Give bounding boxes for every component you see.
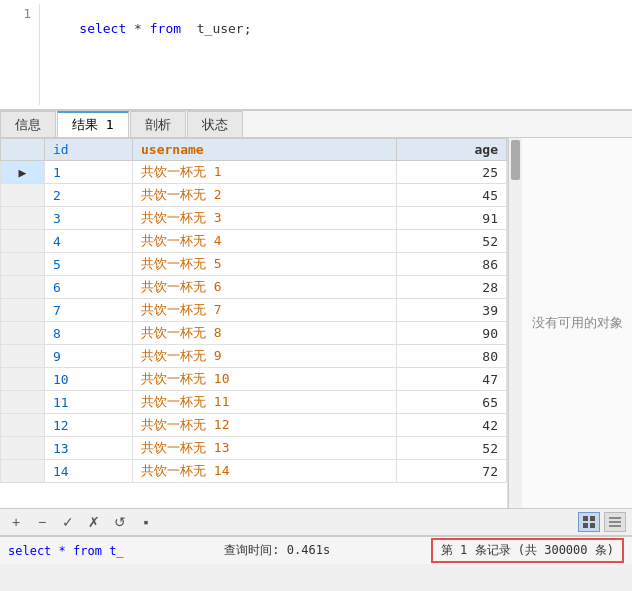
sql-code[interactable]: select * from t_user; <box>40 4 260 105</box>
tab-result1[interactable]: 结果 1 <box>57 111 129 137</box>
results-area: id username age ▶1共饮一杯无 1252共饮一杯无 2453共饮… <box>0 138 632 508</box>
cell-username[interactable]: 共饮一杯无 7 <box>133 299 397 322</box>
line-numbers: 1 <box>0 4 40 105</box>
cell-username[interactable]: 共饮一杯无 3 <box>133 207 397 230</box>
form-view-button[interactable] <box>604 512 626 532</box>
cell-username[interactable]: 共饮一杯无 6 <box>133 276 397 299</box>
table-row[interactable]: 5共饮一杯无 586 <box>1 253 507 276</box>
table-row[interactable]: 7共饮一杯无 739 <box>1 299 507 322</box>
cell-username[interactable]: 共饮一杯无 2 <box>133 184 397 207</box>
table-row[interactable]: 9共饮一杯无 980 <box>1 345 507 368</box>
cell-age[interactable]: 47 <box>397 368 507 391</box>
col-header-username[interactable]: username <box>133 139 397 161</box>
table-row[interactable]: 11共饮一杯无 1165 <box>1 391 507 414</box>
svg-rect-2 <box>583 523 588 528</box>
tab-status[interactable]: 状态 <box>187 111 243 137</box>
cell-age[interactable]: 39 <box>397 299 507 322</box>
cell-username[interactable]: 共饮一杯无 10 <box>133 368 397 391</box>
row-indicator: ▶ <box>1 161 45 184</box>
table-container[interactable]: id username age ▶1共饮一杯无 1252共饮一杯无 2453共饮… <box>0 138 508 508</box>
cell-id[interactable]: 7 <box>45 299 133 322</box>
confirm-button[interactable]: ✓ <box>58 512 78 532</box>
svg-rect-5 <box>609 521 621 523</box>
add-row-button[interactable]: + <box>6 512 26 532</box>
data-table: id username age ▶1共饮一杯无 1252共饮一杯无 2453共饮… <box>0 138 507 483</box>
cell-id[interactable]: 8 <box>45 322 133 345</box>
cell-age[interactable]: 65 <box>397 391 507 414</box>
row-indicator <box>1 230 45 253</box>
col-header-age[interactable]: age <box>397 139 507 161</box>
col-header-id[interactable]: id <box>45 139 133 161</box>
sql-editor[interactable]: 1 select * from t_user; <box>0 0 632 110</box>
row-indicator <box>1 391 45 414</box>
scrollbar[interactable] <box>508 138 522 508</box>
cell-age[interactable]: 28 <box>397 276 507 299</box>
table-row[interactable]: ▶1共饮一杯无 125 <box>1 161 507 184</box>
row-indicator <box>1 345 45 368</box>
table-row[interactable]: 13共饮一杯无 1352 <box>1 437 507 460</box>
tab-profile[interactable]: 剖析 <box>130 111 186 137</box>
cancel-button[interactable]: ✗ <box>84 512 104 532</box>
row-indicator <box>1 368 45 391</box>
cell-id[interactable]: 10 <box>45 368 133 391</box>
cell-id[interactable]: 3 <box>45 207 133 230</box>
table-row[interactable]: 14共饮一杯无 1472 <box>1 460 507 483</box>
cell-id[interactable]: 4 <box>45 230 133 253</box>
cell-age[interactable]: 42 <box>397 414 507 437</box>
cell-id[interactable]: 12 <box>45 414 133 437</box>
cell-id[interactable]: 14 <box>45 460 133 483</box>
status-bar: select * from t_ 查询时间: 0.461s 第 1 条记录 (共… <box>0 536 632 564</box>
cell-id[interactable]: 2 <box>45 184 133 207</box>
refresh-button[interactable]: ↺ <box>110 512 130 532</box>
cell-age[interactable]: 90 <box>397 322 507 345</box>
tab-info[interactable]: 信息 <box>0 111 56 137</box>
scrollbar-thumb[interactable] <box>511 140 520 180</box>
cell-username[interactable]: 共饮一杯无 14 <box>133 460 397 483</box>
cell-username[interactable]: 共饮一杯无 11 <box>133 391 397 414</box>
cell-id[interactable]: 13 <box>45 437 133 460</box>
cell-age[interactable]: 86 <box>397 253 507 276</box>
cell-id[interactable]: 6 <box>45 276 133 299</box>
remove-row-button[interactable]: − <box>32 512 52 532</box>
cell-username[interactable]: 共饮一杯无 12 <box>133 414 397 437</box>
row-indicator <box>1 299 45 322</box>
cell-age[interactable]: 25 <box>397 161 507 184</box>
cell-username[interactable]: 共饮一杯无 8 <box>133 322 397 345</box>
sql-star: * <box>126 21 149 36</box>
grid-icon <box>583 516 595 528</box>
cell-age[interactable]: 45 <box>397 184 507 207</box>
toolbar: + − ✓ ✗ ↺ ▪ <box>0 508 632 536</box>
table-row[interactable]: 6共饮一杯无 628 <box>1 276 507 299</box>
table-row[interactable]: 12共饮一杯无 1242 <box>1 414 507 437</box>
cell-id[interactable]: 5 <box>45 253 133 276</box>
cell-id[interactable]: 1 <box>45 161 133 184</box>
cell-username[interactable]: 共饮一杯无 9 <box>133 345 397 368</box>
cell-id[interactable]: 9 <box>45 345 133 368</box>
cell-id[interactable]: 11 <box>45 391 133 414</box>
cell-username[interactable]: 共饮一杯无 13 <box>133 437 397 460</box>
cell-age[interactable]: 52 <box>397 437 507 460</box>
keyword-select: select <box>79 21 126 36</box>
cell-age[interactable]: 91 <box>397 207 507 230</box>
cell-age[interactable]: 52 <box>397 230 507 253</box>
table-row[interactable]: 4共饮一杯无 452 <box>1 230 507 253</box>
table-row[interactable]: 8共饮一杯无 890 <box>1 322 507 345</box>
cell-username[interactable]: 共饮一杯无 5 <box>133 253 397 276</box>
toolbar-icons <box>578 512 626 532</box>
square-button[interactable]: ▪ <box>136 512 156 532</box>
svg-rect-0 <box>583 516 588 521</box>
table-row[interactable]: 2共饮一杯无 245 <box>1 184 507 207</box>
svg-rect-1 <box>590 516 595 521</box>
grid-view-button[interactable] <box>578 512 600 532</box>
cell-username[interactable]: 共饮一杯无 4 <box>133 230 397 253</box>
cell-username[interactable]: 共饮一杯无 1 <box>133 161 397 184</box>
row-indicator <box>1 276 45 299</box>
row-indicator <box>1 437 45 460</box>
status-sql: select * from t_ <box>8 544 124 558</box>
table-row[interactable]: 10共饮一杯无 1047 <box>1 368 507 391</box>
cell-age[interactable]: 80 <box>397 345 507 368</box>
table-row[interactable]: 3共饮一杯无 391 <box>1 207 507 230</box>
cell-age[interactable]: 72 <box>397 460 507 483</box>
svg-rect-3 <box>590 523 595 528</box>
row-indicator <box>1 322 45 345</box>
